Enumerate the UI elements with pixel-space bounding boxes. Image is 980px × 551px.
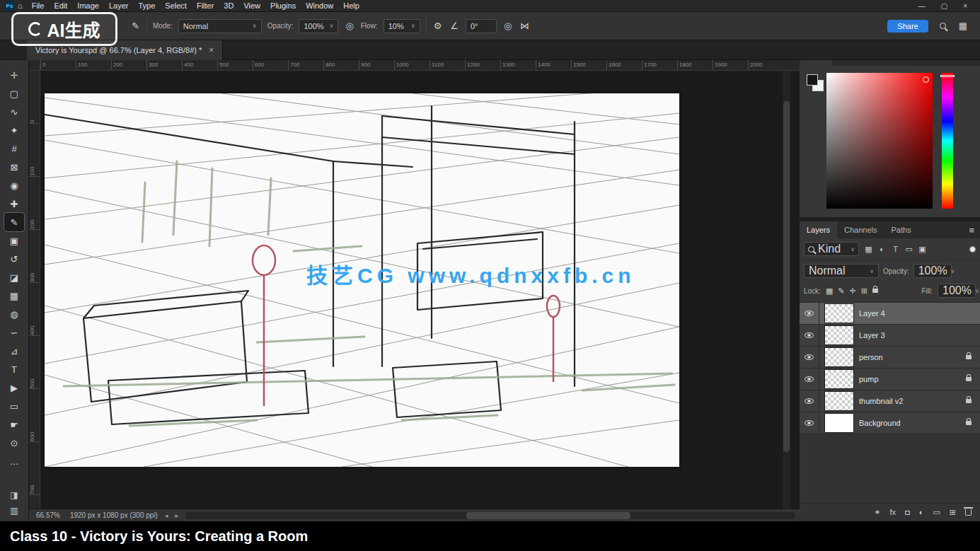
screen-mode-icon[interactable]: ▥ — [10, 506, 18, 516]
saturation-field[interactable] — [826, 73, 933, 209]
visibility-toggle[interactable] — [800, 412, 819, 434]
delete-layer-icon[interactable] — [965, 509, 972, 516]
minimize-icon[interactable]: — — [918, 2, 926, 10]
visibility-toggle[interactable] — [800, 390, 819, 412]
menu-item[interactable]: File — [27, 0, 50, 12]
menu-item[interactable]: Plugins — [265, 0, 301, 12]
vertical-scrollbar[interactable] — [782, 71, 790, 509]
scroll-right-icon[interactable]: ▸ — [175, 512, 178, 519]
panel-tab[interactable]: Channels — [837, 221, 884, 238]
visibility-toggle[interactable] — [800, 325, 819, 346]
action-new-layer[interactable]: ⊞ — [950, 508, 956, 517]
filter-shape-layer-filter[interactable]: ▭ — [903, 245, 915, 254]
document-canvas[interactable]: 技艺CG www.qdnxxfb.cn — [45, 93, 679, 467]
layer-row-background[interactable]: Background — [800, 412, 980, 434]
tool-eyedropper[interactable]: ◉ — [4, 176, 24, 195]
menu-item[interactable]: 3D — [219, 0, 238, 12]
menu-item[interactable]: Window — [301, 0, 338, 12]
maximize-icon[interactable]: ▢ — [941, 2, 947, 10]
hue-slider[interactable] — [942, 73, 953, 209]
opacity-select[interactable]: 100% ∨ — [299, 19, 338, 33]
scroll-left-icon[interactable]: ◂ — [165, 512, 168, 519]
quick-mask-icon[interactable]: ◨ — [10, 490, 18, 500]
tool-quick-selection[interactable]: ✦ — [4, 121, 24, 139]
close-icon[interactable]: × — [963, 2, 967, 10]
horizontal-scrollbar[interactable] — [185, 512, 795, 519]
tool-history-brush[interactable]: ↺ — [4, 250, 24, 268]
menu-item[interactable]: Layer — [104, 0, 134, 12]
layer-opacity-select[interactable]: 100% ∨ — [913, 264, 952, 278]
menu-item[interactable]: Type — [133, 0, 160, 12]
blend-mode-select[interactable]: Normal ∨ — [804, 264, 879, 278]
layer-row-person[interactable]: person — [800, 347, 980, 369]
panel-menu-icon[interactable]: ≡ — [969, 225, 980, 236]
menu-item[interactable]: Image — [72, 0, 104, 12]
panel-tab[interactable]: Layers — [800, 221, 837, 238]
visibility-toggle[interactable] — [800, 369, 819, 390]
layer-row-layer-3[interactable]: Layer 3 — [800, 325, 980, 347]
hue-slider-thumb[interactable] — [940, 75, 955, 77]
horizontal-scrollbar-thumb[interactable] — [466, 512, 631, 519]
menu-item[interactable]: Edit — [49, 0, 72, 12]
tool-clone-stamp[interactable]: ▣ — [4, 231, 24, 250]
lock-lock-transparency[interactable]: ▦ — [826, 286, 833, 296]
tablet-pressure-icon[interactable]: ◎ — [502, 21, 513, 31]
gear-icon[interactable]: ⚙ — [432, 21, 444, 31]
home-icon[interactable]: ⌂ — [18, 1, 23, 10]
layer-row-thumbnail-v2[interactable]: thumbnail v2 — [800, 390, 980, 412]
flow-select[interactable]: 10% ∨ — [384, 19, 420, 33]
layer-thumbnail[interactable] — [825, 414, 853, 432]
tool-path-selection[interactable]: ▶ — [4, 378, 24, 397]
tool-crop[interactable]: # — [4, 139, 24, 158]
action-layer-mask[interactable]: ◘ — [905, 508, 910, 517]
vertical-scrollbar-thumb[interactable] — [783, 101, 790, 451]
color-pointer[interactable] — [923, 76, 929, 83]
menu-item[interactable]: Filter — [192, 0, 219, 12]
action-link-layers[interactable]: ⚭ — [874, 508, 880, 517]
layer-thumbnail[interactable] — [825, 326, 853, 344]
tool-smudge[interactable]: ∽ — [4, 323, 24, 342]
menu-item[interactable]: Select — [160, 0, 192, 12]
tool-blur[interactable]: ◍ — [4, 305, 24, 323]
tool-shape[interactable]: ▭ — [4, 397, 24, 415]
tool-hand[interactable]: ☛ — [4, 415, 24, 434]
zoom-level[interactable]: 66.57% — [33, 511, 63, 519]
tool-zoom[interactable]: ⊙ — [4, 434, 24, 452]
layer-thumbnail[interactable] — [825, 392, 853, 410]
tool-preset-icon[interactable]: ✎ — [130, 21, 141, 31]
layer-thumbnail[interactable] — [825, 304, 853, 323]
tool-eraser[interactable]: ◪ — [4, 268, 24, 286]
tool-healing-brush[interactable]: ✚ — [4, 195, 24, 213]
lock-all-icon[interactable] — [872, 289, 878, 293]
lock-lock-position[interactable]: ✛ — [850, 286, 856, 296]
kind-filter-select[interactable]: Kind ∨ — [804, 242, 859, 256]
filter-pixel-layer-filter[interactable]: ▦ — [863, 245, 875, 254]
menu-item[interactable]: View — [238, 0, 265, 12]
panel-tab[interactable]: Paths — [884, 221, 918, 238]
layer-thumbnail[interactable] — [825, 348, 853, 366]
tab-close-icon[interactable]: × — [209, 45, 214, 55]
menu-item[interactable]: Help — [338, 0, 364, 12]
search-icon[interactable] — [940, 23, 946, 29]
share-button[interactable]: Share — [887, 20, 928, 33]
tool-move[interactable]: ✛ — [4, 66, 24, 84]
layer-thumbnail[interactable] — [825, 370, 853, 388]
layer-row-pump[interactable]: pump — [800, 369, 980, 390]
lock-lock-image[interactable]: ✎ — [838, 286, 844, 296]
visibility-toggle[interactable] — [800, 303, 819, 324]
tool-type[interactable]: T — [4, 360, 24, 378]
lock-lock-artboard[interactable]: ⊞ — [861, 286, 867, 296]
action-layer-effects[interactable]: fx — [890, 508, 897, 517]
layer-row-layer-4[interactable]: Layer 4 — [800, 303, 980, 325]
filter-adjustment-layer-filter[interactable]: ◐ — [876, 245, 888, 254]
tool-marquee[interactable]: ▢ — [4, 84, 24, 103]
filter-toggle-icon[interactable] — [969, 246, 976, 253]
filter-type-layer-filter[interactable]: T — [889, 245, 901, 254]
angle-input[interactable]: 0° — [466, 19, 497, 33]
workspace-icon[interactable]: ▦ — [957, 21, 969, 31]
tool-frame[interactable]: ⊠ — [4, 158, 24, 176]
tool-pen[interactable]: ⊿ — [4, 342, 24, 360]
symmetry-icon[interactable]: ⋈ — [519, 21, 531, 31]
action-adjustment-layer[interactable]: ◐ — [919, 508, 924, 517]
fill-select[interactable]: 100% ∨ — [938, 284, 976, 298]
